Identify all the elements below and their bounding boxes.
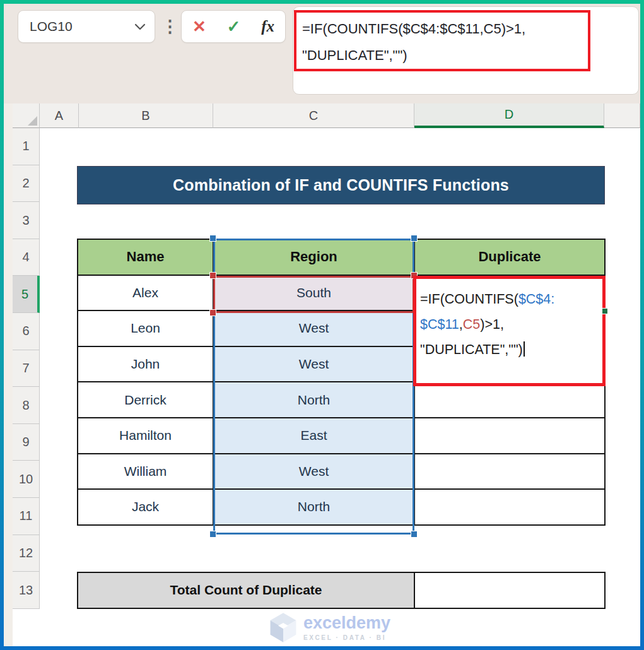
- table-header-name[interactable]: Name: [78, 239, 213, 275]
- exceldemy-logo-icon: [269, 612, 298, 644]
- column-header-d[interactable]: D: [414, 103, 604, 128]
- row-header-5[interactable]: 5: [13, 276, 40, 313]
- name-cell[interactable]: Alex: [78, 275, 213, 311]
- name-box-value: LOG10: [30, 19, 73, 34]
- column-header-b[interactable]: B: [79, 103, 213, 128]
- column-header-c[interactable]: C: [213, 103, 414, 128]
- formula-highlight-annotation: =IF(COUNTIFS($C$4:$C$11,C5)>1, "DUPLICAT…: [294, 10, 590, 71]
- region-cell[interactable]: North: [213, 489, 414, 525]
- name-cell[interactable]: Jack: [78, 489, 213, 525]
- enter-icon[interactable]: ✓: [227, 17, 241, 37]
- formula-segment: $C$4:: [518, 292, 554, 307]
- range-handle-icon[interactable]: [411, 235, 418, 242]
- formula-bar-line-1: =IF(COUNTIFS($C$4:$C$11,C5)>1,: [302, 16, 588, 42]
- formula-segment: $C$11: [420, 317, 459, 332]
- formula-toolbar: LOG10 ⋮ ✕ ✓ fx =IF(COUNTIFS($C$4:$C$11,C…: [4, 4, 640, 103]
- left-gutter: [4, 103, 13, 646]
- duplicate-cell[interactable]: [414, 382, 605, 418]
- region-cell[interactable]: West: [213, 310, 414, 346]
- row-header-4[interactable]: 4: [13, 239, 40, 276]
- total-row: Total Count of Duplicate: [77, 572, 606, 609]
- row-header-3[interactable]: 3: [13, 202, 40, 239]
- formula-bar[interactable]: =IF(COUNTIFS($C$4:$C$11,C5)>1, "DUPLICAT…: [293, 6, 639, 95]
- reference-handle-icon[interactable]: [209, 309, 216, 316]
- name-box[interactable]: LOG10: [18, 10, 155, 43]
- row-header-9[interactable]: 9: [13, 424, 40, 461]
- column-headers: ABCD: [13, 103, 640, 128]
- duplicate-cell[interactable]: [414, 454, 605, 490]
- name-cell[interactable]: John: [78, 346, 213, 382]
- toolbar-separator-dots: ⋮: [161, 10, 179, 43]
- table-header-duplicate[interactable]: Duplicate: [414, 239, 605, 275]
- total-label-cell[interactable]: Total Count of Duplicate: [78, 572, 414, 608]
- duplicate-cell[interactable]: [414, 418, 605, 454]
- active-cell-formula-line: "DUPLICATE",""): [420, 337, 602, 362]
- spreadsheet-area: ABCD 12345678910111213 Combination of IF…: [4, 103, 640, 646]
- name-cell[interactable]: Leon: [78, 310, 213, 346]
- insert-function-icon[interactable]: fx: [261, 18, 274, 35]
- column-header-clipped[interactable]: [604, 103, 640, 128]
- cancel-icon[interactable]: ✕: [192, 17, 206, 37]
- row-header-11[interactable]: 11: [13, 498, 40, 535]
- row-header-8[interactable]: 8: [13, 387, 40, 424]
- range-handle-icon[interactable]: [411, 531, 418, 538]
- formula-segment: "DUPLICATE",""): [420, 342, 523, 357]
- range-handle-icon[interactable]: [209, 235, 216, 242]
- row-header-13[interactable]: 13: [13, 572, 40, 609]
- window-content: LOG10 ⋮ ✕ ✓ fx =IF(COUNTIFS($C$4:$C$11,C…: [4, 4, 640, 646]
- region-cell[interactable]: North: [213, 382, 414, 418]
- chevron-down-icon[interactable]: [134, 23, 146, 30]
- name-cell[interactable]: Derrick: [78, 382, 213, 418]
- active-cell-formula-line: =IF(COUNTIFS($C$4:: [420, 287, 602, 312]
- table-header-region[interactable]: Region: [213, 239, 414, 275]
- row-header-12[interactable]: 12: [13, 535, 40, 572]
- name-cell[interactable]: Hamilton: [78, 418, 213, 454]
- formula-segment: C5: [463, 317, 480, 332]
- duplicate-cell[interactable]: [414, 489, 605, 525]
- title-banner-cell[interactable]: Combination of IF and COUNTIFS Functions: [77, 166, 605, 204]
- name-cell[interactable]: William: [78, 454, 213, 490]
- region-cell[interactable]: East: [213, 418, 414, 454]
- select-all-triangle-icon: [28, 116, 37, 126]
- formula-segment: )>1,: [480, 317, 504, 332]
- row-header-1[interactable]: 1: [13, 128, 40, 165]
- region-cell[interactable]: South: [213, 275, 414, 311]
- text-cursor: [524, 341, 525, 357]
- range-handle-icon[interactable]: [209, 531, 216, 538]
- region-cell[interactable]: West: [213, 346, 414, 382]
- row-headers: 12345678910111213: [13, 128, 40, 609]
- column-header-a[interactable]: A: [40, 103, 79, 128]
- region-cell[interactable]: West: [213, 454, 414, 490]
- watermark-text: exceldemy EXCEL · DATA · BI: [303, 615, 390, 641]
- active-cell-d5[interactable]: =IF(COUNTIFS($C$4:$C$11,C5)>1,"DUPLICATE…: [413, 276, 606, 386]
- watermark-tagline: EXCEL · DATA · BI: [303, 634, 390, 641]
- formula-bar-line-2: "DUPLICATE",""): [302, 42, 588, 69]
- row-header-6[interactable]: 6: [13, 313, 40, 350]
- select-all-corner[interactable]: [13, 103, 40, 128]
- watermark-brand: exceldemy: [303, 615, 390, 632]
- formula-segment: =IF(COUNTIFS(: [420, 292, 518, 307]
- total-value-cell[interactable]: [414, 572, 605, 608]
- total-label-text: Total Count of Duplicate: [170, 582, 322, 598]
- fill-handle[interactable]: [602, 308, 608, 314]
- window-frame-border: LOG10 ⋮ ✕ ✓ fx =IF(COUNTIFS($C$4:$C$11,C…: [0, 0, 644, 650]
- reference-handle-icon[interactable]: [209, 272, 216, 279]
- title-banner-text: Combination of IF and COUNTIFS Functions: [173, 176, 509, 194]
- excel-window: LOG10 ⋮ ✕ ✓ fx =IF(COUNTIFS($C$4:$C$11,C…: [0, 0, 644, 650]
- active-cell-formula-line: $C$11,C5)>1,: [420, 312, 602, 337]
- row-header-7[interactable]: 7: [13, 350, 40, 387]
- formula-buttons-group: ✕ ✓ fx: [181, 10, 286, 43]
- watermark: exceldemy EXCEL · DATA · BI: [269, 612, 390, 644]
- row-header-10[interactable]: 10: [13, 461, 40, 498]
- row-header-2[interactable]: 2: [13, 165, 40, 203]
